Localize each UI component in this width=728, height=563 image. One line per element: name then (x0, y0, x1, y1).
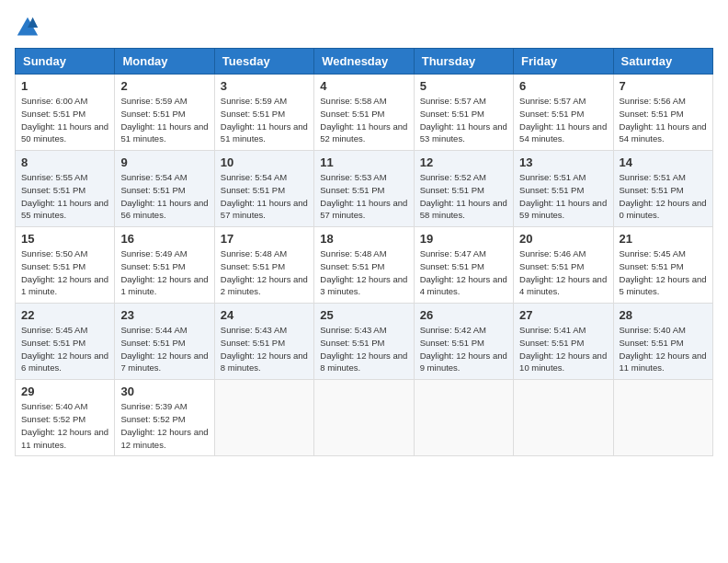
calendar-cell: 14 Sunrise: 5:51 AMSunset: 5:51 PMDaylig… (613, 151, 712, 227)
calendar-week-3: 15 Sunrise: 5:50 AMSunset: 5:51 PMDaylig… (16, 227, 713, 304)
day-info: Sunrise: 5:41 AMSunset: 5:51 PMDaylight:… (519, 324, 607, 374)
calendar-cell: 16 Sunrise: 5:49 AMSunset: 5:51 PMDaylig… (115, 227, 214, 304)
calendar-cell (314, 380, 414, 456)
calendar-cell: 25 Sunrise: 5:43 AMSunset: 5:51 PMDaylig… (314, 304, 414, 380)
day-info: Sunrise: 5:43 AMSunset: 5:51 PMDaylight:… (320, 324, 407, 374)
day-info: Sunrise: 5:47 AMSunset: 5:51 PMDaylight:… (420, 247, 507, 298)
calendar-cell: 5 Sunrise: 5:57 AMSunset: 5:51 PMDayligh… (414, 75, 513, 151)
day-info: Sunrise: 6:00 AMSunset: 5:51 PMDaylight:… (21, 95, 108, 145)
day-number: 29 (21, 385, 108, 398)
day-info: Sunrise: 5:53 AMSunset: 5:51 PMDaylight:… (320, 171, 407, 222)
day-number: 17 (221, 232, 308, 246)
day-number: 27 (519, 308, 607, 322)
calendar-cell: 23 Sunrise: 5:44 AMSunset: 5:51 PMDaylig… (115, 304, 214, 380)
calendar-cell: 18 Sunrise: 5:48 AMSunset: 5:51 PMDaylig… (314, 227, 414, 304)
weekday-header-saturday: Saturday (613, 49, 712, 75)
day-number: 15 (21, 232, 108, 246)
calendar-cell: 11 Sunrise: 5:53 AMSunset: 5:51 PMDaylig… (314, 151, 414, 227)
calendar-cell (414, 380, 513, 456)
day-number: 24 (221, 308, 308, 322)
day-info: Sunrise: 5:39 AMSunset: 5:52 PMDaylight:… (120, 400, 208, 451)
day-info: Sunrise: 5:59 AMSunset: 5:51 PMDaylight:… (120, 95, 208, 145)
weekday-header-monday: Monday (115, 49, 214, 75)
day-info: Sunrise: 5:57 AMSunset: 5:51 PMDaylight:… (519, 95, 607, 145)
calendar-cell: 30 Sunrise: 5:39 AMSunset: 5:52 PMDaylig… (115, 380, 214, 456)
weekday-header-thursday: Thursday (414, 49, 513, 75)
calendar-cell: 17 Sunrise: 5:48 AMSunset: 5:51 PMDaylig… (214, 227, 313, 304)
calendar-cell: 22 Sunrise: 5:45 AMSunset: 5:51 PMDaylig… (16, 304, 115, 380)
calendar-cell: 1 Sunrise: 6:00 AMSunset: 5:51 PMDayligh… (16, 75, 115, 151)
day-number: 4 (320, 79, 407, 93)
day-number: 23 (120, 308, 208, 322)
calendar-cell (514, 380, 613, 456)
day-number: 18 (320, 232, 407, 246)
day-info: Sunrise: 5:43 AMSunset: 5:51 PMDaylight:… (221, 324, 308, 374)
calendar-table: SundayMondayTuesdayWednesdayThursdayFrid… (15, 48, 713, 456)
weekday-header-tuesday: Tuesday (214, 49, 313, 75)
day-number: 12 (420, 155, 507, 169)
day-number: 9 (120, 155, 208, 169)
calendar-cell: 21 Sunrise: 5:45 AMSunset: 5:51 PMDaylig… (613, 227, 712, 304)
weekday-header-wednesday: Wednesday (314, 49, 414, 75)
calendar-cell: 2 Sunrise: 5:59 AMSunset: 5:51 PMDayligh… (115, 75, 214, 151)
calendar-cell: 26 Sunrise: 5:42 AMSunset: 5:51 PMDaylig… (414, 304, 513, 380)
day-info: Sunrise: 5:59 AMSunset: 5:51 PMDaylight:… (221, 95, 308, 145)
day-number: 1 (21, 79, 108, 93)
day-info: Sunrise: 5:54 AMSunset: 5:51 PMDaylight:… (120, 171, 208, 222)
calendar-cell: 4 Sunrise: 5:58 AMSunset: 5:51 PMDayligh… (314, 75, 414, 151)
day-info: Sunrise: 5:42 AMSunset: 5:51 PMDaylight:… (420, 324, 507, 374)
day-info: Sunrise: 5:46 AMSunset: 5:51 PMDaylight:… (519, 247, 607, 298)
day-info: Sunrise: 5:50 AMSunset: 5:51 PMDaylight:… (21, 247, 108, 298)
calendar-week-1: 1 Sunrise: 6:00 AMSunset: 5:51 PMDayligh… (16, 75, 713, 151)
day-info: Sunrise: 5:51 AMSunset: 5:51 PMDaylight:… (620, 171, 707, 222)
day-number: 3 (221, 79, 308, 93)
weekday-header-sunday: Sunday (16, 49, 115, 75)
day-number: 5 (420, 79, 507, 93)
logo-icon (15, 15, 40, 40)
day-number: 22 (21, 308, 108, 322)
calendar-cell: 15 Sunrise: 5:50 AMSunset: 5:51 PMDaylig… (16, 227, 115, 304)
day-info: Sunrise: 5:44 AMSunset: 5:51 PMDaylight:… (120, 324, 208, 374)
day-number: 7 (620, 79, 707, 93)
calendar-cell: 8 Sunrise: 5:55 AMSunset: 5:51 PMDayligh… (16, 151, 115, 227)
day-info: Sunrise: 5:40 AMSunset: 5:52 PMDaylight:… (21, 400, 108, 451)
calendar-cell: 29 Sunrise: 5:40 AMSunset: 5:52 PMDaylig… (16, 380, 115, 456)
calendar-cell: 20 Sunrise: 5:46 AMSunset: 5:51 PMDaylig… (514, 227, 613, 304)
day-info: Sunrise: 5:55 AMSunset: 5:51 PMDaylight:… (21, 171, 108, 222)
calendar-cell: 24 Sunrise: 5:43 AMSunset: 5:51 PMDaylig… (214, 304, 313, 380)
day-number: 8 (21, 155, 108, 169)
calendar-week-2: 8 Sunrise: 5:55 AMSunset: 5:51 PMDayligh… (16, 151, 713, 227)
day-info: Sunrise: 5:57 AMSunset: 5:51 PMDaylight:… (420, 95, 507, 145)
weekday-header-friday: Friday (514, 49, 613, 75)
day-info: Sunrise: 5:49 AMSunset: 5:51 PMDaylight:… (120, 247, 208, 298)
calendar-cell: 12 Sunrise: 5:52 AMSunset: 5:51 PMDaylig… (414, 151, 513, 227)
day-info: Sunrise: 5:48 AMSunset: 5:51 PMDaylight:… (320, 247, 407, 298)
day-info: Sunrise: 5:52 AMSunset: 5:51 PMDaylight:… (420, 171, 507, 222)
calendar-week-4: 22 Sunrise: 5:45 AMSunset: 5:51 PMDaylig… (16, 304, 713, 380)
day-number: 6 (519, 79, 607, 93)
calendar-cell: 19 Sunrise: 5:47 AMSunset: 5:51 PMDaylig… (414, 227, 513, 304)
day-number: 11 (320, 155, 407, 169)
day-number: 10 (221, 155, 308, 169)
day-info: Sunrise: 5:51 AMSunset: 5:51 PMDaylight:… (519, 171, 607, 222)
day-info: Sunrise: 5:45 AMSunset: 5:51 PMDaylight:… (21, 324, 108, 374)
day-info: Sunrise: 5:48 AMSunset: 5:51 PMDaylight:… (221, 247, 308, 298)
day-number: 13 (519, 155, 607, 169)
calendar-cell: 13 Sunrise: 5:51 AMSunset: 5:51 PMDaylig… (514, 151, 613, 227)
day-number: 20 (519, 232, 607, 246)
day-number: 25 (320, 308, 407, 322)
day-number: 26 (420, 308, 507, 322)
day-info: Sunrise: 5:56 AMSunset: 5:51 PMDaylight:… (620, 95, 707, 145)
day-info: Sunrise: 5:40 AMSunset: 5:51 PMDaylight:… (620, 324, 707, 374)
calendar-cell: 7 Sunrise: 5:56 AMSunset: 5:51 PMDayligh… (613, 75, 712, 151)
calendar-cell: 10 Sunrise: 5:54 AMSunset: 5:51 PMDaylig… (214, 151, 313, 227)
logo (15, 15, 44, 40)
calendar-cell: 9 Sunrise: 5:54 AMSunset: 5:51 PMDayligh… (115, 151, 214, 227)
day-info: Sunrise: 5:54 AMSunset: 5:51 PMDaylight:… (221, 171, 308, 222)
day-number: 21 (620, 232, 707, 246)
day-info: Sunrise: 5:45 AMSunset: 5:51 PMDaylight:… (620, 247, 707, 298)
weekday-header-row: SundayMondayTuesdayWednesdayThursdayFrid… (16, 49, 713, 75)
day-number: 16 (120, 232, 208, 246)
page-header (15, 15, 713, 40)
day-info: Sunrise: 5:58 AMSunset: 5:51 PMDaylight:… (320, 95, 407, 145)
